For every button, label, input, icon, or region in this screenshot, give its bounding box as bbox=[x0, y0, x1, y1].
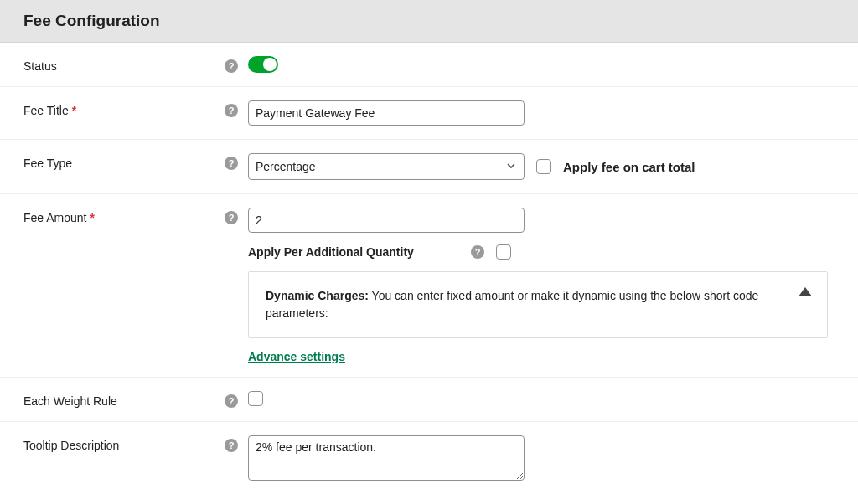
apply-on-cart-total-label: Apply fee on cart total bbox=[563, 160, 695, 174]
fee-amount-label: Fee Amount bbox=[23, 211, 87, 224]
required-asterisk: * bbox=[90, 211, 95, 224]
row-fee-type: Fee Type ? Percentage Apply fee on cart … bbox=[0, 140, 858, 194]
tooltip-description-textarea[interactable]: 2% fee per transaction. bbox=[248, 435, 525, 481]
page-title: Fee Configuration bbox=[23, 12, 835, 30]
each-weight-rule-label: Each Weight Rule bbox=[23, 394, 117, 408]
help-icon[interactable]: ? bbox=[471, 245, 484, 259]
advance-settings-link[interactable]: Advance settings bbox=[248, 350, 345, 363]
help-icon[interactable]: ? bbox=[225, 157, 238, 170]
help-icon[interactable]: ? bbox=[225, 439, 238, 452]
help-icon[interactable]: ? bbox=[225, 59, 238, 73]
section-header: Fee Configuration bbox=[0, 0, 858, 43]
help-icon[interactable]: ? bbox=[225, 394, 238, 408]
fee-title-label: Fee Title bbox=[23, 104, 69, 117]
dynamic-charges-box: Dynamic Charges: You can enter fixed amo… bbox=[248, 271, 828, 338]
fee-amount-input[interactable] bbox=[248, 208, 525, 233]
required-asterisk: * bbox=[72, 104, 76, 117]
apply-per-qty-label: Apply Per Additional Quantity bbox=[248, 245, 459, 259]
status-label: Status bbox=[23, 59, 57, 73]
tooltip-description-label: Tooltip Description bbox=[23, 439, 119, 452]
accordion-collapse-icon[interactable] bbox=[799, 287, 812, 296]
row-status: Status ? bbox=[0, 43, 858, 87]
dynamic-charges-text: Dynamic Charges: You can enter fixed amo… bbox=[266, 287, 810, 322]
each-weight-rule-checkbox[interactable] bbox=[248, 391, 263, 406]
help-icon[interactable]: ? bbox=[225, 104, 238, 117]
row-each-weight-rule: Each Weight Rule ? bbox=[0, 378, 858, 422]
row-fee-title: Fee Title * ? bbox=[0, 87, 858, 140]
fee-type-select[interactable]: Percentage bbox=[248, 153, 525, 180]
toggle-knob bbox=[263, 58, 277, 71]
apply-per-qty-checkbox[interactable] bbox=[496, 244, 511, 260]
status-toggle[interactable] bbox=[248, 56, 278, 73]
apply-on-cart-total-checkbox[interactable] bbox=[536, 159, 551, 174]
row-fee-amount: Fee Amount * ? Apply Per Additional Quan… bbox=[0, 194, 858, 378]
row-tooltip-description: Tooltip Description ? 2% fee per transac… bbox=[0, 422, 858, 494]
fee-title-input[interactable] bbox=[248, 100, 525, 126]
help-icon[interactable]: ? bbox=[225, 211, 238, 224]
fee-type-label: Fee Type bbox=[23, 157, 72, 170]
dynamic-charges-bold: Dynamic Charges: bbox=[266, 289, 369, 302]
